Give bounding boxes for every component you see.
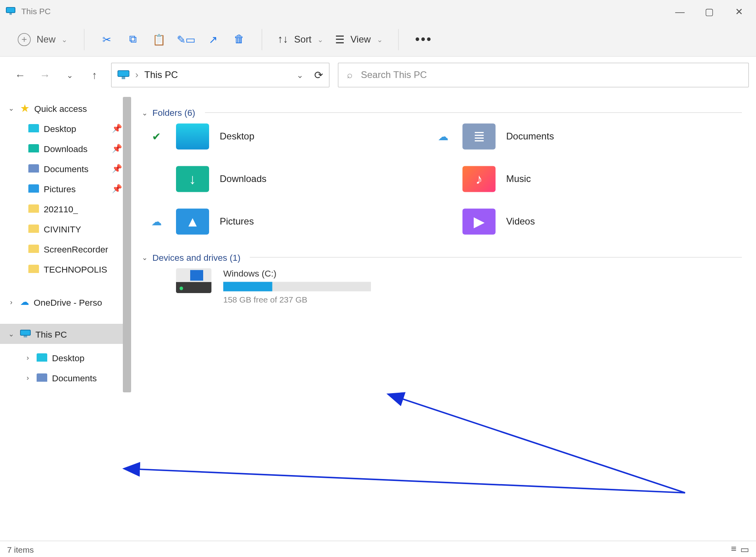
rename-icon: ✎▭ (177, 33, 196, 46)
toolbar-divider (398, 29, 399, 50)
view-label: View (350, 34, 371, 45)
folder-icon: ▲ (176, 209, 209, 235)
folder-documents[interactable]: ☁ ≣ Documents (434, 124, 697, 150)
folder-icon (176, 124, 209, 150)
sidebar-item-label: Desktop (52, 353, 85, 363)
cut-button[interactable]: ✂ (95, 28, 119, 51)
scissors-icon: ✂ (102, 33, 111, 46)
history-dropdown[interactable]: ⌄ (61, 67, 78, 84)
section-label: Folders (6) (152, 108, 195, 118)
toolbar: + New ⌄ ✂ ⧉ 📋 ✎▭ ↗ 🗑 ↑↓ Sort ⌄ ☰ View ⌄ … (0, 22, 756, 57)
search-input[interactable] (361, 70, 740, 80)
folder-icon: ↓ (176, 166, 209, 192)
trash-icon: 🗑 (234, 33, 245, 46)
view-button[interactable]: ☰ View ⌄ (330, 33, 387, 46)
sidebar-item-folder[interactable]: CIVINITY (0, 219, 131, 239)
up-button[interactable]: ↑ (86, 67, 103, 84)
chevron-down-icon: ⌄ (377, 35, 383, 43)
sidebar-item-folder[interactable]: 202110_ (0, 199, 131, 219)
expand-icon[interactable]: › (7, 298, 15, 306)
sidebar-onedrive[interactable]: › ☁ OneDrive - Perso (0, 292, 131, 312)
chevron-down-icon: ⌄ (317, 35, 323, 43)
collapse-icon[interactable]: ⌄ (7, 330, 15, 338)
sidebar-quick-access[interactable]: ⌄ ★ Quick access (0, 98, 131, 118)
collapse-icon[interactable]: ⌄ (142, 108, 148, 117)
sidebar-item-pictures[interactable]: Pictures 📌 (0, 178, 131, 199)
pin-icon: 📌 (112, 184, 122, 193)
section-drives[interactable]: ⌄ Devices and drives (1) (142, 253, 742, 263)
sidebar-item-label: CIVINITY (44, 224, 81, 234)
address-bar[interactable]: › This PC ⌄ ⟳ (111, 63, 330, 87)
folder-videos[interactable]: ▶ Videos (434, 209, 697, 235)
collapse-icon[interactable]: ⌄ (7, 104, 15, 112)
address-dropdown[interactable]: ⌄ (296, 71, 304, 80)
section-rule (205, 112, 742, 113)
more-button[interactable]: ••• (409, 32, 438, 47)
sidebar-item-label: 202110_ (44, 204, 78, 214)
share-button[interactable]: ↗ (202, 28, 225, 51)
folder-icon: ≣ (463, 124, 496, 150)
expand-icon[interactable]: › (24, 353, 32, 362)
drive-name: Windows (C:) (223, 268, 371, 278)
folder-music[interactable]: ♪ Music (434, 166, 697, 192)
sidebar-this-pc[interactable]: ⌄ This PC (0, 324, 131, 344)
star-icon: ★ (20, 102, 30, 115)
sidebar-item-label: ScreenRecorder (44, 244, 108, 254)
folder-desktop[interactable]: ✔ Desktop (148, 124, 411, 150)
drive-icon (176, 268, 211, 293)
folder-icon (28, 245, 39, 253)
forward-button[interactable]: → (37, 67, 53, 84)
folder-icon (37, 373, 47, 382)
sort-label: Sort (294, 34, 311, 45)
folder-downloads[interactable]: ↓ Downloads (148, 166, 411, 192)
tiles-view-button[interactable]: ▭ (740, 544, 749, 555)
paste-button[interactable]: 📋 (147, 28, 171, 51)
share-icon: ↗ (209, 33, 218, 46)
folder-label: Documents (506, 131, 554, 142)
breadcrumb-location[interactable]: This PC (144, 70, 291, 80)
scrollbar-thumb[interactable] (123, 97, 131, 392)
this-pc-icon (6, 7, 15, 15)
sidebar-item-label: Quick access (34, 103, 87, 113)
title-bar: This PC — ▢ ✕ (0, 0, 756, 22)
folder-icon (28, 204, 39, 213)
collapse-icon[interactable]: ⌄ (142, 253, 148, 262)
sidebar-item-desktop[interactable]: › Desktop (0, 347, 131, 368)
cloud-icon: ☁ (148, 215, 165, 228)
sidebar-item-downloads[interactable]: Downloads 📌 (0, 138, 131, 158)
close-button[interactable]: ✕ (725, 6, 752, 17)
sidebar-item-documents[interactable]: Documents 📌 (0, 158, 131, 178)
rename-button[interactable]: ✎▭ (173, 28, 199, 51)
expand-icon[interactable]: › (24, 373, 32, 382)
sidebar-item-label: OneDrive - Perso (34, 297, 102, 307)
sidebar-item-label: Pictures (44, 184, 76, 194)
sidebar-item-folder[interactable]: TECHNOPOLIS (0, 259, 131, 279)
delete-button[interactable]: 🗑 (228, 28, 251, 51)
plus-icon: + (18, 33, 31, 46)
refresh-button[interactable]: ⟳ (314, 69, 323, 82)
search-box[interactable]: ⌕ (338, 63, 749, 87)
status-bar: 7 items ≡ ▭ (0, 541, 756, 557)
folder-icon (37, 353, 47, 362)
drive-c[interactable]: Windows (C:) 158 GB free of 237 GB (142, 268, 742, 304)
sort-button[interactable]: ↑↓ Sort ⌄ (273, 33, 328, 46)
this-pc-icon (20, 329, 31, 338)
sidebar-item-label: TECHNOPOLIS (44, 264, 107, 274)
back-button[interactable]: ← (12, 67, 28, 84)
content-pane: ⌄ Folders (6) ✔ Desktop ☁ ≣ Documents ↓ (131, 93, 756, 541)
folder-pictures[interactable]: ☁ ▲ Pictures (148, 209, 411, 235)
drive-usage-bar (223, 282, 371, 291)
new-button[interactable]: + New ⌄ (12, 33, 73, 46)
pin-icon: 📌 (112, 164, 122, 173)
minimize-button[interactable]: — (666, 6, 693, 17)
this-pc-icon (118, 71, 130, 80)
section-folders[interactable]: ⌄ Folders (6) (142, 108, 742, 118)
sidebar-item-documents[interactable]: › Documents (0, 368, 131, 388)
sidebar-item-desktop[interactable]: Desktop 📌 (0, 118, 131, 138)
drive-usage-fill (223, 282, 272, 291)
folder-label: Videos (506, 216, 535, 227)
details-view-button[interactable]: ≡ (731, 544, 736, 555)
copy-button[interactable]: ⧉ (121, 28, 145, 51)
sidebar-item-folder[interactable]: ScreenRecorder (0, 239, 131, 259)
maximize-button[interactable]: ▢ (696, 6, 723, 17)
